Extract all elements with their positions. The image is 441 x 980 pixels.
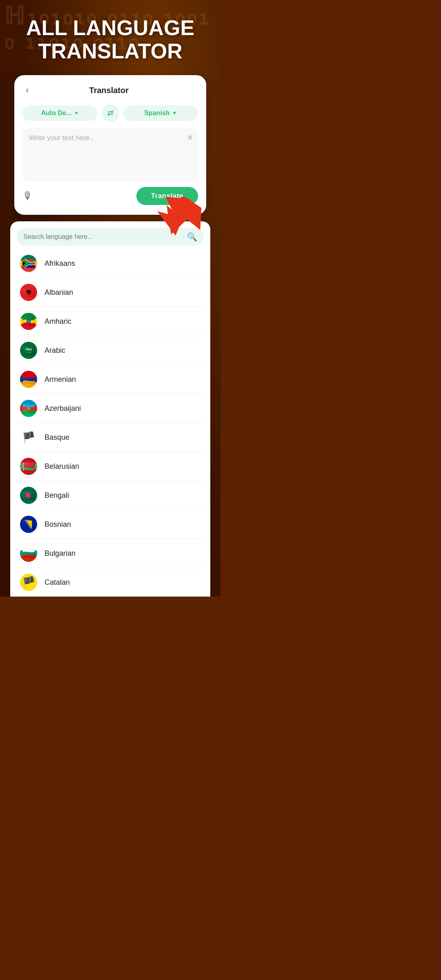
flag-icon: 🇿🇦: [20, 255, 37, 272]
app-title: ALL LANGUAGE TRANSLATOR: [18, 16, 203, 63]
language-list: 🇿🇦Afrikaans🇦🇱Albanian🇪🇹Amharic🇸🇦Arabic🇦🇲…: [17, 249, 204, 597]
language-name: Albanian: [45, 288, 73, 297]
source-language-button[interactable]: Auto De... ▼: [22, 105, 98, 121]
text-input-area: Write your text here.. ✕: [22, 128, 198, 181]
language-search-input[interactable]: [23, 233, 187, 241]
flag-icon: 🏴: [20, 429, 37, 446]
microphone-button[interactable]: 🎙: [22, 190, 33, 203]
flag-icon: 🏴: [20, 574, 37, 591]
card-title: Translator: [32, 86, 186, 95]
language-name: Catalan: [45, 578, 70, 587]
text-placeholder: Write your text here..: [29, 134, 93, 142]
list-item[interactable]: 🇧🇩Bengali: [17, 481, 204, 510]
language-name: Bulgarian: [45, 549, 76, 558]
list-item[interactable]: 🇦🇲Armenian: [17, 365, 204, 394]
list-item[interactable]: 🇸🇦Arabic: [17, 336, 204, 365]
flag-icon: 🇦🇲: [20, 371, 37, 388]
language-search-bar: 🔍: [17, 228, 204, 246]
flag-icon: 🇪🇹: [20, 313, 37, 330]
card-footer: 🎙 Translate: [22, 187, 198, 205]
list-item[interactable]: 🇿🇦Afrikaans: [17, 249, 204, 278]
microphone-icon: 🎙: [22, 190, 33, 202]
list-item[interactable]: 🏴Catalan: [17, 568, 204, 597]
translate-button[interactable]: Translate: [136, 187, 198, 205]
list-item[interactable]: 🇪🇹Amharic: [17, 307, 204, 336]
language-name: Belarusian: [45, 462, 79, 471]
list-item[interactable]: 🇧🇬Bulgarian: [17, 539, 204, 568]
flag-icon: 🇧🇬: [20, 545, 37, 562]
flag-icon: 🇦🇱: [20, 284, 37, 301]
flag-icon: 🇧🇾: [20, 458, 37, 475]
language-controls: Auto De... ▼ ⇄ Spanish ▼: [22, 105, 198, 122]
language-dropdown-panel: 🔍 🇿🇦Afrikaans🇦🇱Albanian🇪🇹Amharic🇸🇦Arabic…: [10, 221, 210, 597]
flag-icon: 🇦🇿: [20, 400, 37, 417]
list-item[interactable]: 🇧🇦Bosnian: [17, 510, 204, 539]
swap-languages-button[interactable]: ⇄: [102, 105, 119, 122]
language-name: Bosnian: [45, 520, 71, 529]
card-header: ‹ Translator: [22, 83, 198, 97]
main-container: ALL LANGUAGE TRANSLATOR ‹ Translator Aut…: [0, 0, 220, 597]
flag-icon: 🇸🇦: [20, 342, 37, 359]
target-language-button[interactable]: Spanish ▼: [123, 105, 198, 121]
clear-button[interactable]: ✕: [187, 133, 193, 142]
list-item[interactable]: 🏴Basque: [17, 423, 204, 452]
search-icon: 🔍: [187, 232, 197, 242]
list-item[interactable]: 🇧🇾Belarusian: [17, 452, 204, 481]
language-name: Armenian: [45, 375, 76, 384]
back-button[interactable]: ‹: [22, 83, 32, 97]
language-name: Azerbaijani: [45, 404, 81, 413]
flag-icon: 🇧🇩: [20, 487, 37, 504]
flag-icon: 🇧🇦: [20, 516, 37, 533]
language-name: Basque: [45, 433, 69, 442]
language-name: Amharic: [45, 317, 71, 326]
swap-icon: ⇄: [107, 109, 114, 118]
language-name: Bengali: [45, 491, 69, 500]
list-item[interactable]: 🇦🇱Albanian: [17, 278, 204, 307]
chevron-down-icon: ▼: [172, 110, 177, 116]
chevron-down-icon: ▼: [74, 110, 79, 116]
language-name: Arabic: [45, 346, 65, 355]
translator-card: ‹ Translator Auto De... ▼ ⇄ Spanish ▼ Wr…: [14, 75, 206, 215]
list-item[interactable]: 🇦🇿Azerbaijani: [17, 394, 204, 423]
language-name: Afrikaans: [45, 259, 75, 268]
